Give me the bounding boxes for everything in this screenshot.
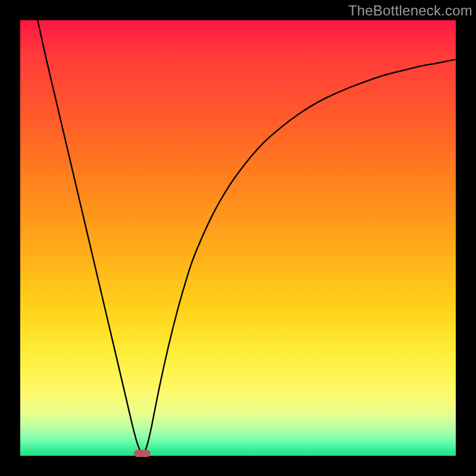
chart-frame: TheBottleneck.com	[0, 0, 476, 476]
watermark-text: TheBottleneck.com	[348, 2, 472, 19]
plot-area	[20, 20, 456, 456]
bottleneck-curve	[20, 20, 456, 456]
optimum-marker	[134, 450, 151, 457]
